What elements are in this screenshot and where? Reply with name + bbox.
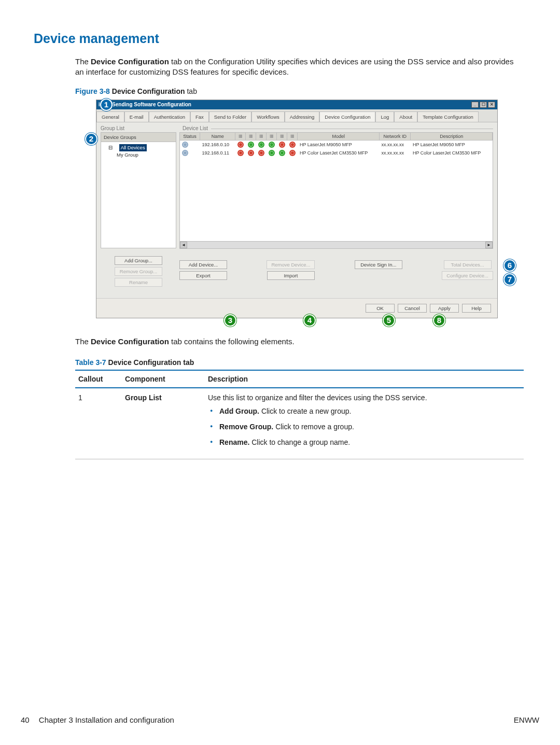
cancel-button[interactable]: Cancel: [398, 304, 427, 313]
feature-status-icon: [258, 142, 264, 148]
device-sign-in-button[interactable]: Device Sign In...: [355, 260, 402, 269]
tab-email[interactable]: E-mail: [124, 111, 149, 122]
tab-workflows[interactable]: Workflows: [251, 111, 285, 122]
scroll-left-button[interactable]: ◄: [180, 242, 187, 248]
add-group-button[interactable]: Add Group...: [115, 256, 162, 265]
cell-component: Group List: [122, 388, 205, 459]
cell-network: xx.xx.xx.xx: [379, 149, 410, 157]
list-item: Remove Group. Click to remove a group.: [208, 423, 521, 431]
import-button[interactable]: Import: [267, 271, 315, 280]
tree-toggle-icon[interactable]: ⊟: [108, 145, 114, 150]
footer-right: ENWW: [514, 715, 539, 724]
tab-bar: General E-mail Authentication Fax Send t…: [96, 109, 497, 122]
table-3-7: Callout Component Description 1 Group Li…: [75, 370, 524, 459]
device-groups-tree[interactable]: ⊟ All Devices My Group: [101, 142, 176, 248]
col-icon-2[interactable]: ▦: [246, 133, 256, 140]
feature-status-icon: [248, 150, 254, 156]
help-button[interactable]: Help: [462, 304, 491, 313]
group-list-pane: Device Groups ⊟ All Devices My Group: [96, 132, 179, 252]
tab-template-configuration[interactable]: Template Configuration: [417, 111, 479, 122]
tab-authentication[interactable]: Authentication: [149, 111, 190, 122]
text-bold: Device Configuration: [91, 337, 169, 346]
col-description[interactable]: Description: [411, 133, 493, 140]
add-device-button[interactable]: Add Device...: [179, 260, 227, 269]
figure-caption: Figure 3-8 Device Configuration tab: [75, 87, 539, 95]
minimize-button[interactable]: _: [471, 102, 479, 108]
tab-log[interactable]: Log: [375, 111, 394, 122]
group-buttons: Add Group... Remove Group... Rename: [101, 256, 176, 287]
col-status[interactable]: Status: [180, 133, 200, 140]
total-devices-button[interactable]: Total Devices...: [444, 260, 492, 269]
callout-5: 5: [383, 314, 395, 327]
callout-3: 3: [224, 314, 236, 327]
tab-addressing[interactable]: Addressing: [285, 111, 320, 122]
tab-about[interactable]: About: [394, 111, 417, 122]
tree-node-all-devices[interactable]: All Devices: [119, 144, 147, 151]
apply-button[interactable]: Apply: [430, 304, 459, 313]
table-number: Table 3-7: [75, 358, 106, 367]
feature-status-icon: [237, 142, 244, 148]
th-callout: Callout: [75, 370, 122, 388]
close-button[interactable]: ✕: [488, 102, 495, 108]
horizontal-scrollbar[interactable]: ◄ ►: [180, 241, 493, 248]
tab-device-configuration[interactable]: Device Configuration: [319, 111, 375, 122]
divider-line: [211, 129, 493, 131]
col-icon-5[interactable]: ▦: [277, 133, 287, 140]
text: The: [75, 337, 91, 346]
desc-bullets: Add Group. Click to create a new group. …: [208, 407, 521, 446]
table-row[interactable]: 192.168.0.11 HP Color LaserJet CM3530 MF…: [180, 149, 493, 157]
col-icon-1[interactable]: ▦: [235, 133, 246, 140]
remove-group-button[interactable]: Remove Group...: [115, 267, 162, 276]
maximize-button[interactable]: ☐: [480, 102, 487, 108]
group-labels: Group List Device List: [96, 122, 497, 132]
tab-send-to-folder[interactable]: Send to Folder: [209, 111, 251, 122]
callout-1: 1: [100, 99, 113, 111]
feature-status-icon: [279, 142, 285, 148]
col-icon-3[interactable]: ▦: [256, 133, 267, 140]
col-name[interactable]: Name: [200, 133, 235, 140]
rename-button[interactable]: Rename: [115, 278, 162, 287]
col-model[interactable]: Model: [298, 133, 380, 140]
tree-header: Device Groups: [101, 132, 176, 142]
text-bold: Device Configuration: [91, 57, 169, 66]
bullet-rest: Click to remove a group.: [273, 423, 354, 431]
bullet-rest: Click to create a new group.: [259, 407, 351, 415]
bullet-bold: Remove Group.: [219, 423, 273, 431]
figure-suffix: tab: [185, 87, 197, 95]
bullet-bold: Add Group.: [219, 407, 259, 415]
cell-name: 192.168.0.11: [200, 149, 235, 157]
status-icon: [182, 150, 188, 156]
cell-description: HP Color LaserJet CM3530 MFP: [411, 149, 493, 157]
tab-general[interactable]: General: [96, 111, 124, 122]
cell-description: Use this list to organize and filter the…: [205, 388, 524, 459]
cell-description: HP LaserJet M9050 MFP: [411, 140, 493, 149]
figure-wrap: 1 2 6 7 3 4 5 8 igital Sending Software …: [21, 100, 539, 328]
col-icon-4[interactable]: ▦: [267, 133, 277, 140]
tab-fax[interactable]: Fax: [190, 111, 209, 122]
group-list-label: Group List: [101, 125, 179, 131]
feature-status-icon: [289, 142, 296, 148]
callout-4: 4: [303, 314, 316, 327]
callout-6: 6: [503, 259, 516, 272]
cell-name: 192.168.0.10: [200, 140, 235, 149]
col-network[interactable]: Network ID: [379, 133, 410, 140]
device-table: Status Name ▦ ▦ ▦ ▦ ▦ ▦ Model Network ID: [180, 133, 493, 157]
bullet-bold: Rename.: [219, 438, 249, 446]
page-number: 40: [21, 715, 30, 724]
tree-node-my-group[interactable]: My Group: [117, 151, 174, 159]
bullet-rest: Click to change a group name.: [249, 438, 350, 446]
cell-network: xx.xx.xx.xx: [379, 140, 410, 149]
intro-paragraph: The Device Configuration tab on the Conf…: [75, 57, 524, 78]
table-row[interactable]: 192.168.0.10 HP LaserJet M9050 MFP xx.xx…: [180, 140, 493, 149]
table-caption: Table 3-7 Device Configuration tab: [75, 358, 539, 367]
col-icon-6[interactable]: ▦: [287, 133, 298, 140]
configure-device-button[interactable]: Configure Device...: [442, 271, 493, 280]
scroll-right-button[interactable]: ►: [485, 242, 493, 248]
feature-status-icon: [279, 150, 285, 156]
device-list-pane: Status Name ▦ ▦ ▦ ▦ ▦ ▦ Model Network ID: [179, 132, 497, 252]
figure-title: Device Configuration: [110, 87, 185, 95]
remove-device-button[interactable]: Remove Device...: [267, 260, 315, 269]
export-button[interactable]: Export: [179, 271, 227, 280]
ok-button[interactable]: OK: [366, 304, 395, 313]
th-description: Description: [205, 370, 524, 388]
